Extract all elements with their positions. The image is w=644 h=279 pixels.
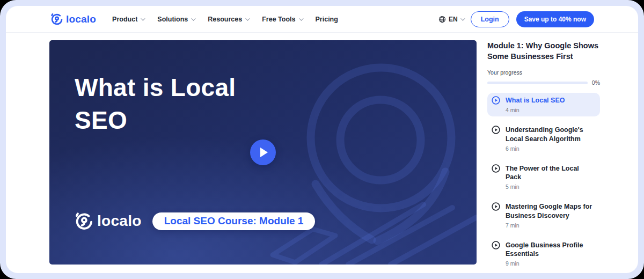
language-code: EN <box>449 16 458 23</box>
video-localo-logo: localo <box>75 212 142 230</box>
lesson-title: Mastering Google Maps for Business Disco… <box>506 202 596 220</box>
play-circle-icon <box>492 126 500 134</box>
module-title: Module 1: Why Google Shows Some Business… <box>487 40 600 62</box>
window-frame: localo Product Solutions Resources Free … <box>0 0 644 279</box>
lesson-duration: 9 min <box>506 260 596 267</box>
course-module-badge: Local SEO Course: Module 1 <box>152 212 316 230</box>
lesson-item[interactable]: Google Business Profile Essentials 9 min <box>487 238 600 270</box>
chevron-down-icon <box>191 16 195 20</box>
logo-wordmark: localo <box>66 13 96 25</box>
localo-logo[interactable]: localo <box>50 13 96 25</box>
main-content: What is Local SEO <box>6 33 638 273</box>
lesson-duration: 5 min <box>506 183 596 190</box>
lesson-duration: 7 min <box>506 222 596 229</box>
lesson-item[interactable]: The Power of the Local Pack 5 min <box>487 161 600 194</box>
progress-bar <box>487 82 588 84</box>
login-button[interactable]: Login <box>471 11 509 27</box>
nav-link-resources[interactable]: Resources <box>208 16 248 23</box>
course-sidebar: Module 1: Why Google Shows Some Business… <box>487 40 600 273</box>
nav-link-product[interactable]: Product <box>112 16 144 23</box>
lesson-duration: 4 min <box>506 107 596 113</box>
play-circle-icon <box>492 202 500 211</box>
play-circle-icon <box>492 96 500 105</box>
chevron-down-icon <box>245 16 250 20</box>
lesson-item[interactable]: What is Local SEO 4 min <box>487 93 600 116</box>
lesson-item[interactable]: Understanding Google's Local Search Algo… <box>487 122 600 155</box>
chevron-down-icon <box>141 16 145 20</box>
lesson-title: What is Local SEO <box>506 96 596 105</box>
globe-icon <box>438 16 446 23</box>
video-logo-wordmark: localo <box>97 212 142 230</box>
chevron-down-icon <box>460 16 465 20</box>
play-circle-icon <box>492 164 500 173</box>
nav-link-pricing[interactable]: Pricing <box>316 16 338 23</box>
lesson-title: Understanding Google's Local Search Algo… <box>506 126 596 143</box>
nav-link-free-tools[interactable]: Free Tools <box>262 16 302 23</box>
map-pin-watermark <box>262 40 477 265</box>
discount-cta-button[interactable]: Save up to 40% now <box>516 11 594 27</box>
play-button[interactable] <box>250 140 276 165</box>
page: localo Product Solutions Resources Free … <box>6 6 638 273</box>
lesson-duration: 6 min <box>506 145 596 152</box>
play-icon <box>260 148 268 157</box>
nav-links: Product Solutions Resources Free Tools P… <box>112 16 338 23</box>
video-title: What is Local SEO <box>75 71 289 136</box>
progress-label: Your progress <box>487 69 600 76</box>
progress-row: 0% <box>487 79 600 86</box>
localo-logo-icon-white <box>75 212 93 230</box>
play-circle-icon <box>492 241 500 249</box>
chevron-down-icon <box>299 16 303 20</box>
video-player[interactable]: What is Local SEO <box>49 40 477 265</box>
localo-logo-icon <box>50 13 63 25</box>
video-footer: localo Local SEO Course: Module 1 <box>75 212 315 230</box>
language-selector[interactable]: EN <box>438 16 464 23</box>
progress-value: 0% <box>592 79 600 86</box>
navbar: localo Product Solutions Resources Free … <box>6 6 638 33</box>
lesson-item[interactable]: Mastering Google Maps for Business Disco… <box>487 199 600 232</box>
nav-link-solutions[interactable]: Solutions <box>157 16 194 23</box>
lesson-title: Google Business Profile Essentials <box>506 241 596 259</box>
lesson-title: The Power of the Local Pack <box>506 164 596 182</box>
lesson-list: What is Local SEO 4 min Understanding Go… <box>487 93 600 273</box>
navbar-right: EN Login Save up to 40% now <box>438 11 594 27</box>
